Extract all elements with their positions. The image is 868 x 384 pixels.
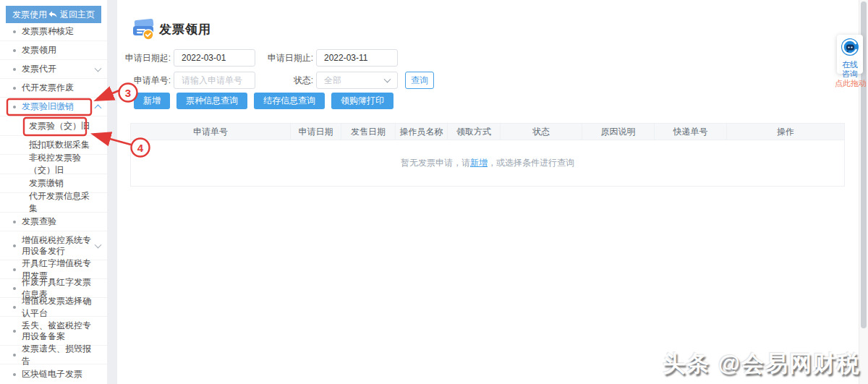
online-consult-label: 在线咨询: [841, 60, 859, 79]
bullet-dot: [13, 268, 16, 271]
sidebar-item-invoice-inspection[interactable]: 发票查验: [0, 213, 107, 231]
chevron-down-icon: [95, 64, 102, 72]
sidebar: 发票使用 返回主页 发票票种核定 发票领用 发票代开 代开发票作废 发票验旧缴销…: [0, 0, 107, 384]
date-from-label: 申请日期起:: [117, 49, 171, 67]
table-header-row: 申请单号 申请日期 发售日期 操作员名称 领取方式 状态 原因说明 快递单号 操…: [131, 124, 844, 140]
back-home-link[interactable]: 返回主页: [48, 9, 95, 21]
bullet-dot: [13, 30, 16, 33]
sidebar-item-invoice-type-verification[interactable]: 发票票种核定: [0, 22, 107, 41]
col-header-sale-date: 发售日期: [341, 124, 395, 140]
col-header-status: 状态: [500, 124, 582, 140]
balance-info-query-button[interactable]: 结存信息查询: [254, 93, 325, 109]
bullet-dot: [13, 49, 16, 52]
add-button[interactable]: 新增: [134, 93, 170, 109]
sidebar-item-invoice-verification-cancellation[interactable]: 发票验旧缴销: [0, 98, 107, 116]
status-select[interactable]: 全部: [316, 72, 398, 89]
page-title: 发票领用: [159, 21, 211, 38]
sidebar-item-invoice-loss-damage-report[interactable]: 发票遗失、损毁报告: [0, 346, 107, 364]
status-select-value: 全部: [324, 75, 341, 85]
col-header-apply-date: 申请日期: [290, 124, 341, 140]
col-header-operator-name: 操作员名称: [395, 124, 447, 140]
col-header-order-number: 申请单号: [131, 124, 290, 140]
bullet-dot: [13, 87, 16, 90]
empty-state-text: 暂无发票申请，请: [401, 157, 470, 169]
sidebar-item-agency-invoice-info-collection[interactable]: 代开发票信息采集: [0, 193, 107, 213]
empty-state-text: ，或选择条件进行查询: [488, 157, 574, 169]
chevron-down-icon: [384, 76, 391, 83]
action-buttons: 新增 票种信息查询 结存信息查询 领购簿打印: [134, 93, 393, 109]
order-number-input[interactable]: [174, 72, 255, 89]
date-from-input[interactable]: [174, 49, 255, 67]
main-content: 发票领用 申请日期起: 申请日期止: 申请单号: 状态: 全部 查询 新增 票种…: [117, 0, 859, 384]
invoice-type-info-query-button[interactable]: 票种信息查询: [176, 93, 247, 109]
query-button[interactable]: 查询: [405, 72, 434, 89]
chat-robot-icon: [841, 38, 859, 59]
sidebar-item-agency-invoice-void[interactable]: 代开发票作废: [0, 79, 107, 98]
col-header-tracking-number: 快递单号: [654, 124, 726, 140]
bullet-dot: [13, 306, 16, 309]
sidebar-item-invoice-verify-old[interactable]: 发票验（交）旧: [0, 116, 107, 136]
bullet-dot: [13, 68, 16, 71]
order-number-label: 申请单号:: [117, 72, 171, 89]
bullet-dot: [13, 244, 16, 247]
online-consult-widget[interactable]: 在线咨询: [837, 35, 863, 74]
sidebar-menu: 发票票种核定 发票领用 发票代开 代开发票作废 发票验旧缴销 发票验（交）旧 抵…: [0, 22, 107, 384]
page: 发票使用 返回主页 发票票种核定 发票领用 发票代开 代开发票作废 发票验旧缴销…: [0, 0, 868, 384]
sidebar-item-invoice-issuing-agency[interactable]: 发票代开: [0, 60, 107, 79]
purchase-book-print-button[interactable]: 领购簿打印: [331, 93, 393, 109]
drag-handle-hint[interactable]: 点此拖动: [834, 78, 867, 89]
col-header-operation: 操作: [726, 124, 844, 140]
back-home-label: 返回主页: [60, 9, 95, 21]
sidebar-divider: [107, 0, 117, 384]
sidebar-item-invoice-collection[interactable]: 发票领用: [0, 41, 107, 60]
bullet-dot: [13, 287, 16, 290]
empty-state: 暂无发票申请，请新增，或选择条件进行查询: [131, 140, 844, 185]
sidebar-header: 发票使用 返回主页: [6, 6, 101, 23]
chevron-up-icon: [95, 104, 102, 111]
bullet-dot: [13, 373, 16, 376]
bullet-dot: [13, 221, 16, 223]
status-label: 状态:: [258, 72, 313, 89]
sidebar-item-vat-invoice-selection-platform[interactable]: 增值税发票选择确认平台: [0, 298, 107, 317]
chevron-down-icon: [95, 241, 102, 248]
sidebar-item-non-tax-invoice-verify-old[interactable]: 非税控发票验（交）旧: [0, 155, 107, 174]
invoice-collection-icon: [132, 18, 156, 41]
bullet-dot: [13, 106, 16, 108]
bullet-dot: [13, 330, 16, 333]
date-to-label: 申请日期止:: [258, 49, 313, 67]
watermark: 头条 @会易网财税: [663, 349, 861, 379]
sidebar-title: 发票使用: [12, 9, 47, 21]
back-arrow-icon: [48, 11, 57, 18]
sidebar-item-vat-special-device-issuance[interactable]: 增值税税控系统专用设备发行: [0, 231, 107, 260]
bullet-dot: [13, 354, 16, 357]
sidebar-item-blockchain-e-invoice[interactable]: 区块链电子发票: [0, 364, 107, 384]
results-table: 申请单号 申请日期 发售日期 操作员名称 领取方式 状态 原因说明 快递单号 操…: [130, 123, 845, 187]
col-header-pickup-method: 领取方式: [447, 124, 500, 140]
date-to-input[interactable]: [316, 49, 398, 67]
empty-add-link[interactable]: 新增: [470, 157, 488, 169]
sidebar-item-lost-stolen-device-record[interactable]: 丢失、被盗税控专用设备备案: [0, 317, 107, 346]
col-header-reason: 原因说明: [582, 124, 654, 140]
